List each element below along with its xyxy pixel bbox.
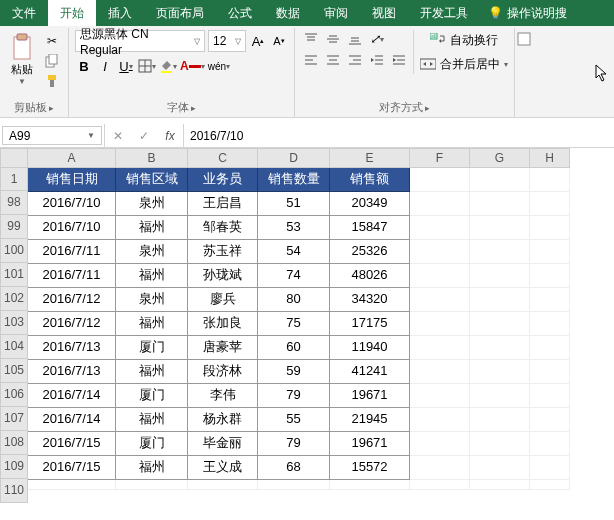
col-header[interactable]: C: [188, 148, 258, 168]
border-button[interactable]: ▾: [138, 56, 156, 76]
formula-bar[interactable]: 2016/7/10: [183, 124, 614, 147]
cell[interactable]: 泉州: [116, 240, 188, 264]
cell[interactable]: 王义成: [188, 456, 258, 480]
cell[interactable]: [258, 480, 330, 490]
name-box[interactable]: A99▼: [2, 126, 102, 145]
cell[interactable]: [410, 264, 470, 288]
cell[interactable]: [530, 216, 570, 240]
cell[interactable]: 福州: [116, 216, 188, 240]
select-all-corner[interactable]: [0, 148, 28, 168]
cell[interactable]: 15572: [330, 456, 410, 480]
menu-view[interactable]: 视图: [360, 0, 408, 26]
cell[interactable]: [410, 288, 470, 312]
cell[interactable]: 2016/7/13: [28, 336, 116, 360]
cell[interactable]: 21945: [330, 408, 410, 432]
cell[interactable]: 福州: [116, 360, 188, 384]
cancel-button[interactable]: ✕: [105, 129, 131, 143]
phonetic-button[interactable]: wén▾: [208, 56, 230, 76]
cell[interactable]: 毕金丽: [188, 432, 258, 456]
cell[interactable]: [470, 168, 530, 192]
cell[interactable]: 王启昌: [188, 192, 258, 216]
cell[interactable]: [530, 408, 570, 432]
menu-layout[interactable]: 页面布局: [144, 0, 216, 26]
table-header-cell[interactable]: 销售区域: [116, 168, 188, 192]
cell[interactable]: 19671: [330, 432, 410, 456]
paste-button[interactable]: 粘贴 ▼: [6, 30, 38, 88]
cell[interactable]: [410, 312, 470, 336]
bold-button[interactable]: B: [75, 56, 93, 76]
cell[interactable]: [530, 384, 570, 408]
cell[interactable]: [530, 288, 570, 312]
cell[interactable]: [470, 432, 530, 456]
cell[interactable]: 79: [258, 384, 330, 408]
font-name-select[interactable]: 思源黑体 CN Regular▽: [75, 30, 205, 52]
cell[interactable]: [470, 360, 530, 384]
menu-review[interactable]: 审阅: [312, 0, 360, 26]
cell[interactable]: 2016/7/15: [28, 456, 116, 480]
cell[interactable]: [530, 192, 570, 216]
menu-home[interactable]: 开始: [48, 0, 96, 26]
format-painter-button[interactable]: [42, 72, 62, 90]
cell[interactable]: 53: [258, 216, 330, 240]
align-middle-button[interactable]: [323, 30, 343, 48]
row-header[interactable]: 110: [0, 479, 28, 503]
copy-button[interactable]: [42, 52, 62, 70]
col-header[interactable]: F: [410, 148, 470, 168]
cell[interactable]: 17175: [330, 312, 410, 336]
cell[interactable]: 54: [258, 240, 330, 264]
table-header-cell[interactable]: 销售数量: [258, 168, 330, 192]
cell[interactable]: [530, 240, 570, 264]
wrap-text-button[interactable]: ab自动换行: [420, 30, 508, 50]
row-header[interactable]: 105: [0, 359, 28, 383]
cell[interactable]: 15847: [330, 216, 410, 240]
cell[interactable]: 厦门: [116, 336, 188, 360]
cell[interactable]: [470, 408, 530, 432]
menu-formula[interactable]: 公式: [216, 0, 264, 26]
cell[interactable]: [530, 360, 570, 384]
decrease-font-button[interactable]: A▾: [270, 31, 288, 51]
cell[interactable]: 2016/7/14: [28, 408, 116, 432]
cell[interactable]: 51: [258, 192, 330, 216]
row-header[interactable]: 100: [0, 239, 28, 263]
align-bottom-button[interactable]: [345, 30, 365, 48]
cell[interactable]: 厦门: [116, 432, 188, 456]
cell[interactable]: 李伟: [188, 384, 258, 408]
cell[interactable]: [410, 360, 470, 384]
cell[interactable]: [410, 336, 470, 360]
fill-color-button[interactable]: ▾: [159, 56, 177, 76]
cell[interactable]: 2016/7/11: [28, 264, 116, 288]
col-header[interactable]: E: [330, 148, 410, 168]
cell[interactable]: 杨永群: [188, 408, 258, 432]
cell[interactable]: 59: [258, 360, 330, 384]
align-right-button[interactable]: [345, 51, 365, 69]
cell[interactable]: [530, 432, 570, 456]
dialog-launcher-icon[interactable]: ▸: [425, 103, 430, 113]
col-header[interactable]: B: [116, 148, 188, 168]
col-header[interactable]: A: [28, 148, 116, 168]
cell[interactable]: 55: [258, 408, 330, 432]
row-header[interactable]: 106: [0, 383, 28, 407]
cell[interactable]: [410, 456, 470, 480]
dialog-launcher-icon[interactable]: ▸: [191, 103, 196, 113]
cell[interactable]: 19671: [330, 384, 410, 408]
cell[interactable]: 泉州: [116, 288, 188, 312]
table-header-cell[interactable]: 销售日期: [28, 168, 116, 192]
cell[interactable]: 福州: [116, 264, 188, 288]
cell[interactable]: [470, 264, 530, 288]
cell[interactable]: [470, 192, 530, 216]
cell[interactable]: 48026: [330, 264, 410, 288]
cell[interactable]: [470, 216, 530, 240]
cell[interactable]: [470, 384, 530, 408]
cell[interactable]: [470, 288, 530, 312]
cell[interactable]: 唐豪苹: [188, 336, 258, 360]
increase-font-button[interactable]: A▴: [249, 31, 267, 51]
cell[interactable]: 泉州: [116, 192, 188, 216]
row-header[interactable]: 109: [0, 455, 28, 479]
col-header[interactable]: H: [530, 148, 570, 168]
cell[interactable]: 34320: [330, 288, 410, 312]
cell[interactable]: 福州: [116, 408, 188, 432]
cell[interactable]: 2016/7/11: [28, 240, 116, 264]
cell[interactable]: 2016/7/13: [28, 360, 116, 384]
row-header[interactable]: 103: [0, 311, 28, 335]
cell[interactable]: 孙珑斌: [188, 264, 258, 288]
